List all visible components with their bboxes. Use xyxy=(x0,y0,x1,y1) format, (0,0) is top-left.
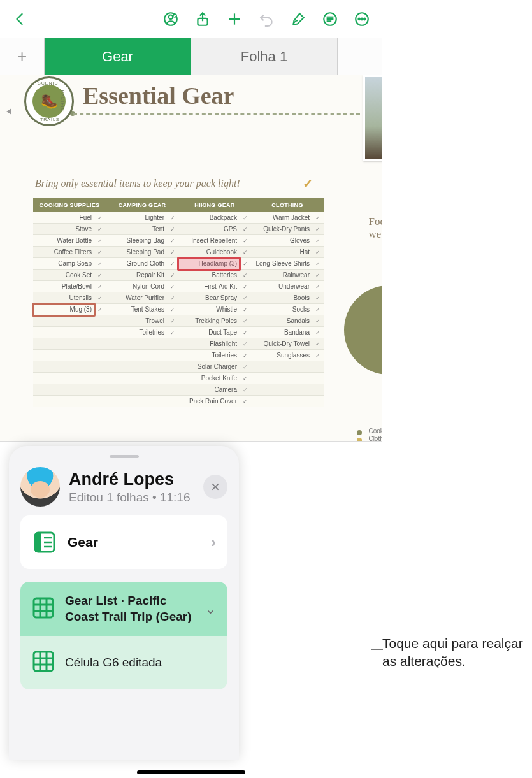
table-cell[interactable]: Gloves xyxy=(251,235,312,247)
table-cell[interactable]: Ground Cloth xyxy=(106,258,167,270)
table-cell[interactable]: Lighter xyxy=(106,212,167,224)
table-cell[interactable]: Sandals xyxy=(251,315,312,327)
table-cell[interactable]: Camera xyxy=(178,384,240,396)
checkbox-cell[interactable]: ✓ xyxy=(240,338,251,350)
checkbox-cell[interactable]: ✓ xyxy=(312,281,324,292)
checkbox-cell[interactable] xyxy=(94,350,106,361)
table-row[interactable]: Camera✓ xyxy=(33,384,324,396)
checkbox-cell[interactable]: ✓ xyxy=(240,304,251,315)
collaborate-icon[interactable] xyxy=(157,5,185,33)
table-row[interactable]: Utensils✓Water Purifier✓Bear Spray✓Boots… xyxy=(33,292,324,304)
checkbox-cell[interactable]: ✓ xyxy=(240,212,251,224)
table-row[interactable]: Solar Charger✓ xyxy=(33,361,324,373)
table-cell[interactable]: Underwear xyxy=(251,281,312,292)
format-brush-icon[interactable] xyxy=(284,5,312,33)
table-cell[interactable]: Rainwear xyxy=(251,270,312,281)
table-cell[interactable]: Duct Tape xyxy=(178,327,240,338)
checkbox-cell[interactable]: ✓ xyxy=(94,235,106,247)
table-cell[interactable]: Trekking Poles xyxy=(178,315,240,327)
table-cell[interactable] xyxy=(106,396,167,407)
checkbox-cell[interactable]: ✓ xyxy=(312,327,324,338)
checkbox-cell[interactable]: ✓ xyxy=(167,315,178,327)
table-cell[interactable] xyxy=(33,373,94,384)
checkbox-cell[interactable]: ✓ xyxy=(312,224,324,235)
table-cell[interactable]: GPS xyxy=(178,224,240,235)
table-cell[interactable]: Socks xyxy=(251,304,312,315)
more-icon[interactable] xyxy=(348,5,376,33)
table-row[interactable]: Toiletries✓Sunglasses✓ xyxy=(33,350,324,361)
table-cell[interactable]: Headlamp (3) xyxy=(178,258,240,270)
table-cell[interactable]: Warm Jacket xyxy=(251,212,312,224)
table-cell[interactable]: Sleeping Bag xyxy=(106,235,167,247)
checkbox-cell[interactable]: ✓ xyxy=(312,338,324,350)
checkbox-cell[interactable]: ✓ xyxy=(94,281,106,292)
table-cell[interactable] xyxy=(33,396,94,407)
checkbox-cell[interactable]: ✓ xyxy=(240,235,251,247)
sheet-row-gear[interactable]: Gear › xyxy=(20,515,227,569)
checkbox-cell[interactable]: ✓ xyxy=(167,224,178,235)
checkbox-cell[interactable]: ✓ xyxy=(94,270,106,281)
table-row[interactable]: Camp Soap✓Ground Cloth✓Headlamp (3)✓Long… xyxy=(33,258,324,270)
table-cell[interactable] xyxy=(106,350,167,361)
table-cell[interactable] xyxy=(251,384,312,396)
view-options-icon[interactable] xyxy=(316,5,344,33)
add-sheet-button[interactable]: + xyxy=(0,38,45,75)
table-cell[interactable]: Whistle xyxy=(178,304,240,315)
table-cell[interactable] xyxy=(106,384,167,396)
table-cell[interactable]: Stove xyxy=(33,224,94,235)
checkbox-cell[interactable] xyxy=(167,338,178,350)
checkbox-cell[interactable]: ✓ xyxy=(240,315,251,327)
checkbox-cell[interactable]: ✓ xyxy=(167,258,178,270)
table-cell[interactable]: Water Bottle xyxy=(33,235,94,247)
checkbox-cell[interactable]: ✓ xyxy=(312,212,324,224)
sheet-grabber[interactable] xyxy=(110,455,139,458)
table-cell[interactable]: Pocket Knife xyxy=(178,373,240,384)
table-header[interactable]: HIKING GEAR xyxy=(178,198,251,212)
checkbox-cell[interactable] xyxy=(94,373,106,384)
table-row[interactable]: Water Bottle✓Sleeping Bag✓Insect Repelle… xyxy=(33,235,324,247)
checkbox-cell[interactable]: ✓ xyxy=(240,292,251,304)
table-cell[interactable]: Sleeping Pad xyxy=(106,247,167,258)
table-cell[interactable]: Quick-Dry Pants xyxy=(251,224,312,235)
checkbox-cell[interactable] xyxy=(312,373,324,384)
checkbox-cell[interactable]: ✓ xyxy=(240,327,251,338)
table-row[interactable]: Stove✓Tent✓GPS✓Quick-Dry Pants✓ xyxy=(33,224,324,235)
checkbox-cell[interactable]: ✓ xyxy=(240,350,251,361)
table-cell[interactable]: Pack Rain Cover xyxy=(178,396,240,407)
back-button[interactable] xyxy=(6,5,34,33)
table-cell[interactable] xyxy=(106,361,167,373)
gear-table[interactable]: COOKING SUPPLIESCAMPING GEARHIKING GEARC… xyxy=(33,198,324,407)
table-cell[interactable] xyxy=(251,361,312,373)
table-cell[interactable]: Camp Soap xyxy=(33,258,94,270)
checkbox-cell[interactable] xyxy=(94,327,106,338)
table-cell[interactable]: Tent Stakes xyxy=(106,304,167,315)
checkbox-cell[interactable] xyxy=(94,315,106,327)
table-cell[interactable]: Backpack xyxy=(178,212,240,224)
table-cell[interactable]: Sunglasses xyxy=(251,350,312,361)
table-cell[interactable]: Toiletries xyxy=(178,350,240,361)
table-cell[interactable]: Water Purifier xyxy=(106,292,167,304)
table-cell[interactable]: Insect Repellent xyxy=(178,235,240,247)
table-cell[interactable] xyxy=(33,350,94,361)
table-cell[interactable] xyxy=(33,338,94,350)
table-cell[interactable]: Bandana xyxy=(251,327,312,338)
tab-folha1[interactable]: Folha 1 xyxy=(191,38,338,75)
table-cell[interactable]: Coffee Filters xyxy=(33,247,94,258)
table-cell[interactable]: Long-Sleeve Shirts xyxy=(251,258,312,270)
table-cell[interactable]: Bear Spray xyxy=(178,292,240,304)
table-row[interactable]: Toiletries✓Duct Tape✓Bandana✓ xyxy=(33,327,324,338)
table-row[interactable]: Trowel✓Trekking Poles✓Sandals✓ xyxy=(33,315,324,327)
share-icon[interactable] xyxy=(189,5,217,33)
checkbox-cell[interactable]: ✓ xyxy=(312,235,324,247)
table-row[interactable]: Coffee Filters✓Sleeping Pad✓Guidebook✓Ha… xyxy=(33,247,324,258)
checkbox-cell[interactable] xyxy=(312,384,324,396)
add-icon[interactable] xyxy=(220,5,248,33)
checkbox-cell[interactable] xyxy=(312,396,324,407)
table-header[interactable]: COOKING SUPPLIES xyxy=(33,198,106,212)
checkbox-cell[interactable]: ✓ xyxy=(94,224,106,235)
checkbox-cell[interactable]: ✓ xyxy=(167,235,178,247)
checkbox-cell[interactable]: ✓ xyxy=(240,396,251,407)
table-cell[interactable]: Toiletries xyxy=(106,327,167,338)
table-row[interactable]: Plate/Bowl✓Nylon Cord✓First-Aid Kit✓Unde… xyxy=(33,281,324,292)
close-button[interactable] xyxy=(203,475,227,499)
